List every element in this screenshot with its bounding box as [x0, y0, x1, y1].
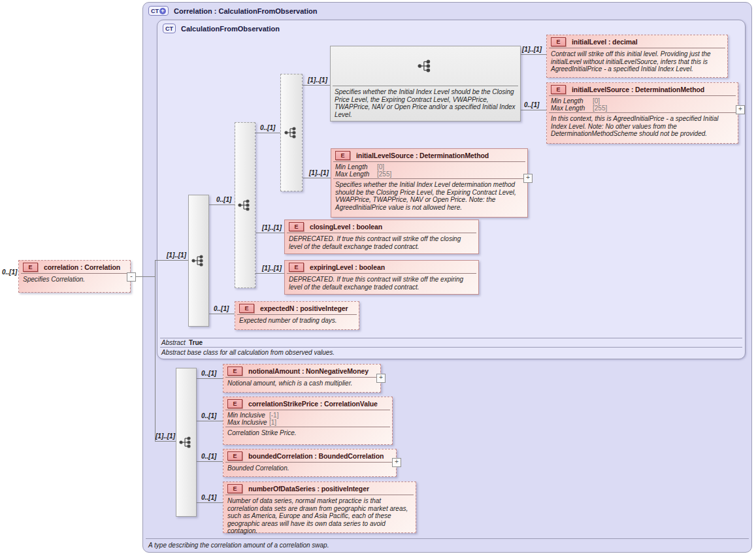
element-icon: E [289, 222, 304, 231]
sequence-icon [238, 199, 252, 212]
element-doc: Contract will strike off this initial le… [547, 48, 727, 74]
outer-annotation: A type describing the correlation amount… [148, 542, 329, 549]
connector-line [195, 502, 223, 503]
abstract-value: True [189, 339, 203, 346]
connector-line [195, 378, 223, 379]
connector-line [254, 273, 284, 274]
element-title: correlationStrikePrice : CorrelationValu… [248, 400, 378, 408]
element-title: numberOfDataSeries : positiveInteger [248, 485, 369, 493]
cardinality-notionalamount: 0..[1] [201, 370, 216, 377]
sequence-icon [179, 436, 193, 449]
sequence-group-main[interactable] [188, 195, 209, 327]
expand-handle-initiallevelsource[interactable]: + [523, 174, 533, 183]
element-icon: E [227, 484, 242, 493]
cardinality-seq-inner: 0..[1] [216, 196, 231, 203]
element-doc: Specifies whether the Initial Index Leve… [331, 179, 527, 212]
sequence-group-optional[interactable] [235, 122, 255, 288]
cardinality-docbox: [1]..[1] [308, 76, 327, 84]
connector-line [208, 204, 235, 205]
ct-badge-label: CT [165, 25, 173, 32]
element-box-initiallevel[interactable]: EinitialLevel : decimal Contract will st… [546, 35, 728, 78]
element-doc: Specifies Correlation. [19, 274, 130, 285]
sequence-icon [284, 126, 299, 139]
element-title: closingLevel : boolean [310, 223, 382, 231]
schema-diagram: CT+ Correlation : CalculationFromObserva… [0, 0, 756, 554]
facet-row: Max Length[255] [551, 105, 734, 112]
facet-row: Max Length[255] [335, 171, 523, 178]
element-box-notionalamount[interactable]: EnotionalAmount : NonNegativeMoney Notio… [223, 364, 381, 393]
element-icon: E [335, 151, 350, 160]
inner-annotation: Abstract base class for all calculation … [161, 349, 335, 356]
choice-group[interactable] [280, 74, 303, 191]
element-icon: E [227, 399, 242, 408]
element-doc: DEPRECATED. If true this contract will s… [285, 233, 478, 252]
divider [160, 347, 742, 348]
element-box-expiringlevel[interactable]: EexpiringLevel : boolean DEPRECATED. If … [284, 260, 479, 295]
facet-row: Min Length[0] [335, 163, 523, 171]
element-title: initialLevelSource : DeterminationMethod [572, 86, 704, 93]
element-title: boundedCorrelation : BoundedCorrelation [248, 452, 384, 460]
complex-type-expand-badge[interactable]: CT+ [148, 6, 169, 16]
expand-handle-notionalamount[interactable]: + [376, 374, 386, 383]
element-doc: In this context, this is AgreedInitialPr… [547, 113, 738, 139]
outer-title: Correlation : CalculationFromObservation [174, 7, 317, 15]
element-title: notionalAmount : NonNegativeMoney [248, 367, 369, 375]
abstract-label: Abstract [161, 339, 186, 346]
cardinality-correlation: 0..[1] [2, 269, 17, 276]
element-doc: Number of data series, normal market pra… [223, 495, 416, 536]
cardinality-closinglevel: [1]..[1] [262, 224, 282, 231]
facet-row: Max Inclusive[1] [227, 419, 388, 426]
element-title: expiringLevel : boolean [310, 263, 385, 271]
cardinality-boundedcorrelation: 0..[1] [201, 453, 216, 460]
choice-documentation-box[interactable]: Specifies whether the Initial Index Leve… [330, 46, 521, 122]
expand-handle-initiallevelsource-agreed[interactable]: + [736, 105, 745, 114]
element-title: initialLevelSource : DeterminationMethod [356, 152, 489, 159]
cardinality-correlationstrikeprice: 0..[1] [201, 412, 216, 419]
divider [160, 338, 742, 338]
complex-type-badge[interactable]: CT [163, 24, 176, 33]
element-box-closinglevel[interactable]: EclosingLevel : boolean DEPRECATED. If t… [284, 220, 479, 254]
inner-title: CalculationFromObservation [181, 25, 280, 33]
cardinality-seq-bottom: [1]..[1] [156, 432, 175, 440]
element-box-initiallevelsource[interactable]: EinitialLevelSource : DeterminationMetho… [331, 148, 528, 218]
connector-line [135, 276, 155, 277]
cardinality-expectedn: 0..[1] [214, 305, 229, 312]
element-box-correlationstrikeprice[interactable]: EcorrelationStrikePrice : CorrelationVal… [223, 397, 393, 445]
collapse-handle[interactable]: - [127, 272, 136, 282]
element-box-boundedcorrelation[interactable]: EboundedCorrelation : BoundedCorrelation… [223, 449, 397, 477]
element-doc: Bounded Correlation. [223, 463, 396, 474]
cardinality-expiringlevel: [1]..[1] [262, 265, 282, 272]
plus-icon: + [159, 8, 166, 14]
cardinality-initiallevelsource: [1]..[1] [309, 169, 329, 176]
sequence-icon [418, 59, 433, 73]
connector-line [519, 54, 546, 55]
element-icon: E [227, 367, 242, 376]
element-title: initialLevel : decimal [572, 38, 638, 46]
element-icon: E [239, 304, 254, 313]
ct-badge-label: CT [151, 8, 159, 14]
sequence-group-correlation[interactable] [176, 368, 197, 517]
element-box-initiallevelsource-agreed[interactable]: EinitialLevelSource : DeterminationMetho… [546, 82, 738, 144]
element-doc: DEPRECATED. If true this contract will s… [285, 274, 478, 292]
element-doc: Correlation Strike Price. [223, 427, 392, 438]
element-box-correlation[interactable]: Ecorrelation : Correlation Specifies Cor… [18, 260, 131, 293]
sequence-icon [191, 254, 206, 267]
divider [146, 538, 749, 539]
element-box-numberofdataseries[interactable]: EnumberOfDataSeries : positiveInteger Nu… [223, 481, 416, 533]
cardinality-numberofdataseries: 0..[1] [201, 494, 216, 501]
element-icon: E [289, 263, 304, 272]
element-icon: E [551, 85, 566, 94]
element-icon: E [227, 451, 242, 461]
group-doc: Specifies whether the Initial Index Leve… [331, 86, 520, 120]
connector-line [155, 260, 156, 441]
element-title: correlation : Correlation [44, 263, 120, 271]
expand-handle-boundedcorrelation[interactable]: + [392, 458, 401, 467]
connector-line [301, 85, 330, 86]
element-doc: Notional amount, which is a cash multipl… [223, 378, 380, 389]
element-title: expectedN : positiveInteger [260, 304, 348, 312]
connector-line [208, 314, 235, 314]
cardinality-initiallevel: [1]..[1] [522, 46, 542, 53]
connector-line [254, 233, 284, 233]
element-box-expectedn[interactable]: EexpectedN : positiveInteger Expected nu… [235, 301, 359, 330]
element-icon: E [23, 263, 38, 272]
